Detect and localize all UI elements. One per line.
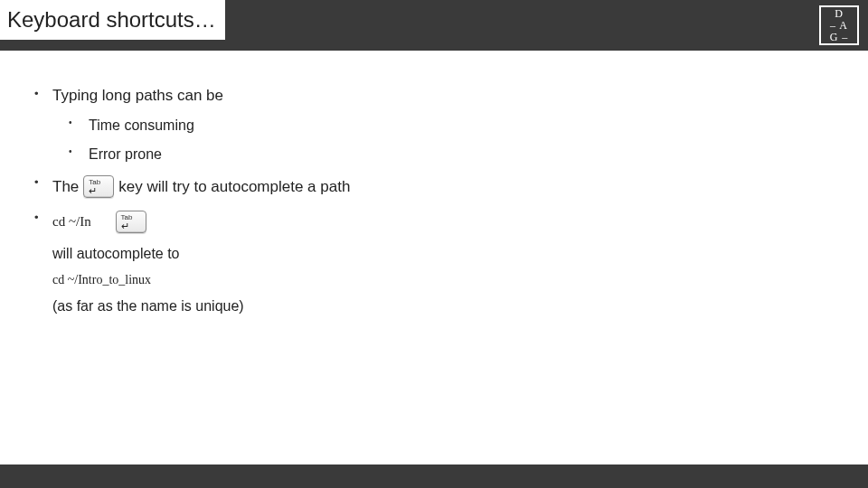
sub-list-1: Time consuming Error prone (52, 117, 850, 163)
bullet-text-1: Typing long paths can be (52, 87, 223, 104)
sub-bullet-1: Time consuming (52, 117, 850, 134)
key-arrow-icon-2: ↵ (121, 221, 141, 231)
bullet-item-1: Typing long paths can be Time consuming … (27, 87, 850, 163)
content-area: Typing long paths can be Time consuming … (0, 51, 868, 314)
footer-bar (0, 465, 868, 488)
tab-key-icon-2: Tab ↵ (116, 211, 146, 233)
unique-note: (as far as the name is unique) (52, 298, 850, 314)
header-bar: Keyboard shortcuts… D – A G – (0, 0, 868, 51)
bullet-item-2: The Tab ↵ key will try to autocomplete a… (27, 175, 850, 198)
continuation-block: will autocomplete to cd ~/Intro_to_linux… (27, 246, 850, 314)
key-arrow-icon: ↵ (89, 186, 108, 196)
bullet-item-3: cd ~/In Tab ↵ (27, 211, 850, 233)
logo-line1: D (835, 8, 844, 20)
bullet2-post: key will try to autocomplete a path (118, 178, 350, 196)
logo-line2: – A (830, 20, 848, 32)
code-cd-in: cd ~/In (52, 214, 91, 230)
title-box: Keyboard shortcuts… (0, 0, 225, 40)
logo: D – A G – (819, 5, 859, 45)
code-cd-intro: cd ~/Intro_to_linux (52, 273, 850, 287)
bullet-list: Typing long paths can be Time consuming … (27, 87, 850, 233)
autocomplete-line: will autocomplete to (52, 246, 850, 262)
slide-title: Keyboard shortcuts… (7, 7, 216, 33)
bullet2-pre: The (52, 178, 79, 196)
tab-key-icon: Tab ↵ (83, 175, 114, 198)
sub-bullet-2: Error prone (52, 146, 850, 163)
logo-line3: G – (830, 32, 849, 43)
